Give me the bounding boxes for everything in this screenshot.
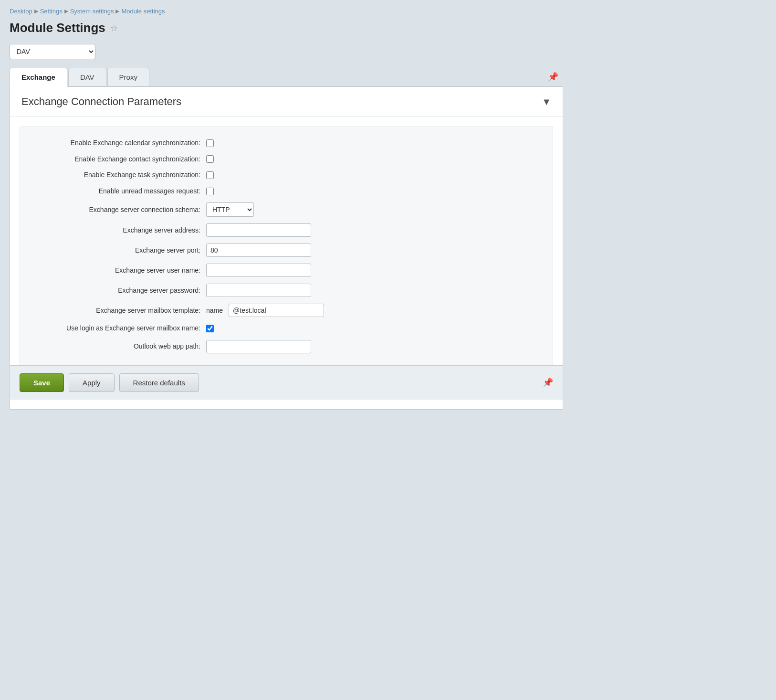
label-task-sync: Enable Exchange task synchronization:	[34, 170, 206, 180]
form-row-port: Exchange server port:	[34, 244, 538, 257]
bottom-bar: Save Apply Restore defaults 📌	[10, 365, 563, 400]
breadcrumb-sep-1: ▶	[34, 8, 38, 14]
section-header: Exchange Connection Parameters ▼	[10, 87, 563, 117]
pin-icon-top[interactable]: 📌	[543, 70, 563, 84]
favorite-star-icon[interactable]: ☆	[110, 23, 118, 33]
form-row-outlook-path: Outlook web app path:	[34, 340, 538, 353]
form-area: Enable Exchange calendar synchronization…	[20, 127, 553, 365]
breadcrumb-settings[interactable]: Settings	[40, 8, 63, 15]
label-use-login: Use login as Exchange server mailbox nam…	[34, 324, 206, 333]
label-unread-messages: Enable unread messages request:	[34, 187, 206, 196]
label-schema: Exchange server connection schema:	[34, 205, 206, 215]
form-row-schema: Exchange server connection schema: HTTP …	[34, 202, 538, 217]
form-row-address: Exchange server address:	[34, 223, 538, 237]
section-title: Exchange Connection Parameters	[21, 95, 181, 108]
checkbox-use-login[interactable]	[206, 325, 214, 332]
content-panel: Exchange Connection Parameters ▼ Enable …	[10, 87, 563, 410]
tab-exchange[interactable]: Exchange	[10, 68, 67, 87]
input-port[interactable]	[206, 244, 311, 257]
breadcrumb-sep-2: ▶	[64, 8, 68, 14]
label-calendar-sync: Enable Exchange calendar synchronization…	[34, 138, 206, 148]
breadcrumb-system-settings[interactable]: System settings	[70, 8, 114, 15]
breadcrumb-current: Module settings	[121, 8, 165, 15]
input-username[interactable]	[206, 264, 311, 277]
mailbox-name-prefix: name	[206, 307, 223, 314]
tab-proxy[interactable]: Proxy	[107, 68, 149, 86]
save-button[interactable]: Save	[20, 373, 64, 392]
form-row-task-sync: Enable Exchange task synchronization:	[34, 170, 538, 180]
form-row-password: Exchange server password:	[34, 284, 538, 297]
label-contact-sync: Enable Exchange contact synchronization:	[34, 155, 206, 164]
checkbox-task-sync[interactable]	[206, 171, 214, 179]
input-mailbox-template[interactable]	[229, 304, 324, 317]
input-address[interactable]	[206, 223, 311, 237]
label-address: Exchange server address:	[34, 226, 206, 235]
label-port: Exchange server port:	[34, 246, 206, 255]
pin-icon-bottom[interactable]: 📌	[543, 377, 553, 388]
checkbox-calendar-sync[interactable]	[206, 139, 214, 147]
breadcrumb-desktop[interactable]: Desktop	[10, 8, 32, 15]
form-row-calendar-sync: Enable Exchange calendar synchronization…	[34, 138, 538, 148]
breadcrumb: Desktop ▶ Settings ▶ System settings ▶ M…	[10, 8, 563, 15]
schema-select[interactable]: HTTP HTTPS	[206, 202, 254, 217]
form-row-unread-messages: Enable unread messages request:	[34, 187, 538, 196]
module-selector[interactable]: DAV Exchange CalDAV CardDAV	[10, 44, 95, 59]
label-mailbox-template: Exchange server mailbox template:	[34, 306, 206, 316]
tab-dav[interactable]: DAV	[68, 68, 106, 86]
restore-defaults-button[interactable]: Restore defaults	[119, 373, 199, 392]
label-password: Exchange server password:	[34, 286, 206, 296]
form-row-use-login: Use login as Exchange server mailbox nam…	[34, 324, 538, 333]
label-username: Exchange server user name:	[34, 266, 206, 276]
collapse-icon[interactable]: ▼	[542, 96, 551, 107]
page-title: Module Settings	[10, 21, 105, 35]
form-row-username: Exchange server user name:	[34, 264, 538, 277]
input-password[interactable]	[206, 284, 311, 297]
input-outlook-path[interactable]	[206, 340, 311, 353]
checkbox-unread-messages[interactable]	[206, 188, 214, 195]
tabs-container: Exchange DAV Proxy 📌	[10, 68, 563, 87]
checkbox-contact-sync[interactable]	[206, 155, 214, 163]
form-row-contact-sync: Enable Exchange contact synchronization:	[34, 155, 538, 164]
apply-button[interactable]: Apply	[69, 373, 115, 392]
form-row-mailbox-template: Exchange server mailbox template: name	[34, 304, 538, 317]
label-outlook-path: Outlook web app path:	[34, 342, 206, 351]
breadcrumb-sep-3: ▶	[115, 8, 119, 14]
